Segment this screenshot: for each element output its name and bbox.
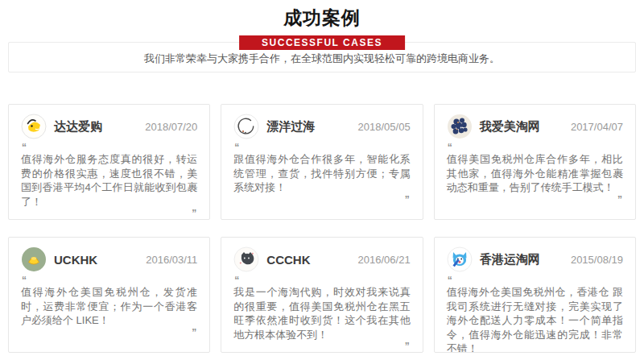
close-quote-mark: ”: [21, 209, 196, 217]
cases-grid: 达达爱购 2018/07/20 “ 值得海外仓服务态度真的很好，转运费的价格很实…: [8, 104, 636, 353]
blue-flowers-avatar: [447, 114, 473, 139]
card-header: 漂洋过海 2018/05/05: [233, 114, 410, 139]
customer-name: 我爱美淘网: [480, 119, 540, 135]
testimonial-card: CCCHK 2016/06/21 “ 我是一个海淘代购，时效对我来说真的很重要，…: [221, 237, 423, 353]
open-quote-mark: “: [234, 143, 410, 151]
testimonial-card: 我爱美淘网 2017/04/07 “ 值得美国免税州仓库合作多年，相比其他家，值…: [434, 104, 636, 220]
section-subtitle-banner: SUCCESSFUL CASES: [239, 35, 405, 50]
testimonial-card: 漂洋过海 2018/05/05 “ 跟值得海外仓合作很多年，智能化系统管理，查货…: [221, 104, 423, 220]
testimonial-card: 达达爱购 2018/07/20 “ 值得海外仓服务态度真的很好，转运费的价格很实…: [8, 104, 210, 220]
gold-ingot-avatar: [21, 246, 47, 272]
testimonial-text: 跟值得海外仓合作很多年，智能化系统管理，查货，找件特别方便；专属系统对接！: [233, 152, 410, 195]
card-header: CCCHK 2016/06/21: [233, 246, 410, 272]
testimonial-card: 香港运淘网 2015/08/19 “ 值得海外仓美国免税州仓，香港仓 跟我司系统…: [434, 237, 636, 353]
testimonial-date: 2016/06/21: [358, 254, 411, 266]
open-quote-mark: “: [448, 143, 623, 151]
card-header: 达达爱购 2018/07/20: [21, 114, 197, 139]
customer-name: 香港运淘网: [480, 252, 540, 267]
close-quote-mark: ”: [233, 342, 409, 350]
card-header: 香港运淘网 2015/08/19: [447, 246, 623, 272]
testimonial-date: 2016/03/11: [146, 254, 197, 266]
testimonial-date: 2018/07/20: [145, 121, 197, 133]
card-header: 我爱美淘网 2017/04/07: [447, 114, 623, 139]
ring-logo-avatar: [233, 114, 259, 139]
customer-name: CCCHK: [266, 253, 310, 267]
close-quote-mark: ”: [233, 196, 409, 204]
testimonial-text: 值得海外仓服务态度真的很好，转运费的价格很实惠，速度也很不错，美国到香港平均4个…: [21, 152, 197, 209]
intro-text: 我们非常荣幸与大家携手合作，在全球范围内实现轻松可靠的跨境电商业务。: [144, 48, 500, 66]
testimonial-text: 值得美国免税州仓库合作多年，相比其他家，值得海外仓能精准掌握包裹动态和重量，告别…: [447, 152, 623, 195]
customer-name: UCKHK: [54, 253, 97, 267]
dada-mascot-avatar: [21, 114, 47, 139]
card-header: UCKHK 2016/03/11: [21, 246, 197, 272]
testimonial-date: 2015/08/19: [571, 254, 623, 266]
testimonial-text: 值得海外仓美国免税州仓，发货准时，运费非常便宜；作为一个香港客户必须给个 LIK…: [21, 285, 197, 328]
close-quote-mark: ”: [447, 196, 622, 204]
open-quote-mark: “: [234, 276, 410, 284]
successful-cases-section: 成功案例 SUCCESSFUL CASES 我们非常荣幸与大家携手合作，在全球范…: [0, 6, 644, 356]
customer-name: 达达爱购: [54, 119, 102, 135]
close-quote-mark: ”: [21, 329, 196, 337]
testimonial-text: 我是一个海淘代购，时效对我来说真的很重要，值得美国免税州仓在黑五旺季依然准时收到…: [233, 285, 410, 342]
intro-box: SUCCESSFUL CASES 我们非常荣幸与大家携手合作，在全球范围内实现轻…: [8, 42, 636, 72]
section-title: 成功案例: [0, 6, 644, 31]
open-quote-mark: “: [448, 276, 623, 284]
husky-mascot-avatar: [447, 246, 473, 272]
testimonial-date: 2018/05/05: [358, 121, 411, 133]
customer-name: 漂洋过海: [266, 119, 315, 135]
black-cat-avatar: [233, 246, 259, 272]
open-quote-mark: “: [22, 143, 197, 151]
open-quote-mark: “: [22, 276, 197, 284]
testimonial-card: UCKHK 2016/03/11 “ 值得海外仓美国免税州仓，发货准时，运费非常…: [8, 237, 210, 353]
testimonial-text: 值得海外仓美国免税州仓，香港仓 跟我司系统进行无缝对接，完美实现了 海外仓配送人…: [447, 285, 623, 353]
testimonial-date: 2017/04/07: [571, 121, 623, 133]
